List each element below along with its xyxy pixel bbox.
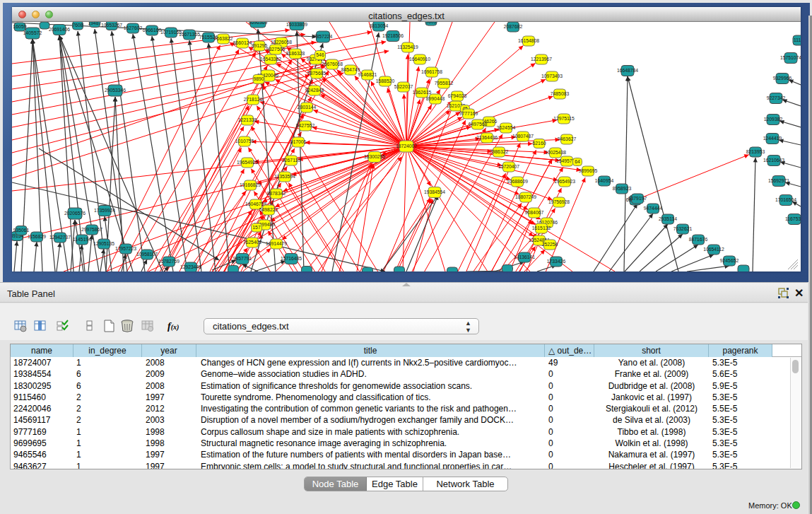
svg-text:16059: 16059: [13, 24, 27, 29]
svg-text:11353594: 11353594: [274, 174, 295, 179]
svg-text:15692971: 15692971: [768, 178, 789, 183]
svg-text:15720407: 15720407: [498, 164, 519, 169]
svg-text:19756928: 19756928: [548, 199, 570, 204]
svg-text:17016504: 17016504: [775, 197, 796, 202]
svg-text:8454749: 8454749: [341, 67, 360, 72]
svg-text:9474444: 9474444: [644, 206, 663, 211]
svg-text:1167533: 1167533: [785, 216, 801, 221]
svg-text:12975115: 12975115: [553, 116, 575, 121]
svg-text:11325419: 11325419: [397, 45, 418, 49]
svg-text:1010755: 1010755: [235, 139, 254, 144]
svg-text:9777169: 9777169: [459, 111, 478, 116]
svg-text:10973493: 10973493: [541, 74, 563, 78]
svg-text:7625402: 7625402: [243, 240, 262, 245]
svg-text:546: 546: [316, 52, 324, 57]
svg-text:8990448: 8990448: [426, 96, 445, 101]
svg-text:19218506: 19218506: [382, 33, 404, 38]
svg-text:12923448: 12923448: [180, 264, 201, 269]
svg-text:8813054: 8813054: [370, 23, 389, 28]
svg-text:17957223: 17957223: [115, 246, 136, 251]
svg-text:9084067: 9084067: [525, 210, 544, 215]
svg-text:18807249: 18807249: [515, 194, 536, 199]
svg-text:10688609: 10688609: [507, 179, 528, 184]
svg-text:1362615: 1362615: [413, 90, 432, 95]
svg-text:21364436: 21364436: [476, 135, 498, 140]
svg-text:917006: 917006: [290, 139, 307, 144]
svg-text:9899695: 9899695: [579, 168, 598, 173]
svg-text:16543382: 16543382: [260, 57, 281, 62]
svg-text:7986322: 7986322: [490, 149, 509, 154]
svg-text:16671355: 16671355: [179, 32, 200, 37]
svg-text:62160: 62160: [533, 141, 546, 146]
svg-text:1209382: 1209382: [764, 117, 783, 122]
svg-text:1640954: 1640954: [595, 178, 614, 183]
svg-text:9242848: 9242848: [305, 88, 324, 93]
svg-text:1588520: 1588520: [376, 78, 395, 83]
svg-text:1112: 1112: [794, 37, 801, 42]
svg-text:7608: 7608: [72, 23, 83, 28]
svg-text:8878342: 8878342: [267, 191, 286, 196]
svg-text:16640910: 16640910: [409, 57, 430, 62]
svg-text:12905135: 12905135: [93, 241, 114, 246]
svg-text:18724007: 18724007: [396, 144, 417, 148]
svg-text:2803144: 2803144: [298, 105, 317, 110]
svg-text:8958923: 8958923: [613, 186, 632, 191]
svg-text:1221338: 1221338: [238, 117, 257, 122]
svg-text:9146821: 9146821: [358, 72, 377, 77]
svg-text:8471676: 8471676: [689, 237, 708, 242]
svg-text:6966160: 6966160: [143, 28, 162, 33]
svg-text:18226058: 18226058: [271, 40, 292, 45]
svg-text:16914479: 16914479: [266, 241, 287, 246]
svg-text:1527602: 1527602: [124, 25, 143, 30]
svg-text:19487: 19487: [88, 22, 102, 25]
svg-text:9457791: 9457791: [233, 256, 252, 261]
svg-text:9605: 9605: [425, 22, 436, 24]
svg-text:2935114: 2935114: [659, 216, 677, 221]
svg-text:29975867: 29975867: [81, 227, 102, 232]
svg-text:6794028: 6794028: [448, 93, 467, 98]
svg-text:10807487: 10807487: [512, 134, 534, 139]
svg-text:5875685: 5875685: [307, 71, 326, 76]
svg-text:1405572: 1405572: [23, 30, 42, 35]
svg-text:15751074: 15751074: [780, 55, 801, 60]
svg-text:935061: 935061: [13, 228, 30, 233]
svg-text:16210643: 16210643: [763, 158, 784, 163]
svg-text:7632621: 7632621: [673, 226, 693, 231]
svg-text:8660124: 8660124: [233, 40, 252, 45]
svg-text:9245652: 9245652: [720, 258, 739, 263]
svg-text:20206576: 20206576: [64, 211, 86, 216]
svg-text:12942737: 12942737: [49, 235, 71, 240]
svg-text:14136141: 14136141: [514, 255, 535, 259]
svg-text:7485083: 7485083: [551, 91, 570, 96]
svg-text:10958107: 10958107: [136, 252, 158, 257]
svg-text:891295: 891295: [252, 43, 268, 48]
svg-text:1145194: 1145194: [73, 237, 91, 242]
svg-text:26676068: 26676068: [322, 62, 343, 66]
svg-text:2087682: 2087682: [504, 24, 523, 29]
svg-text:12213967: 12213967: [531, 57, 552, 62]
svg-text:1615132: 1615132: [532, 226, 551, 230]
svg-text:7857224: 7857224: [314, 34, 333, 39]
svg-text:6497568: 6497568: [469, 122, 488, 127]
svg-text:16033809: 16033809: [286, 22, 307, 27]
svg-text:16961758: 16961758: [421, 69, 442, 74]
svg-text:10653267: 10653267: [101, 23, 122, 28]
svg-text:8186328: 8186328: [286, 51, 305, 56]
svg-text:9329966: 9329966: [773, 76, 792, 81]
svg-text:1733426: 1733426: [547, 259, 566, 264]
svg-text:252254: 252254: [542, 242, 558, 247]
svg-text:20691406: 20691406: [49, 27, 70, 32]
svg-text:9327506: 9327506: [266, 47, 286, 52]
svg-text:9463627: 9463627: [558, 136, 577, 141]
svg-text:16782759: 16782759: [158, 259, 180, 264]
svg-text:19384554: 19384554: [424, 189, 445, 194]
svg-text:18300295: 18300295: [364, 154, 385, 159]
svg-text:9227342: 9227342: [767, 95, 786, 100]
svg-text:29053346: 29053346: [105, 88, 126, 93]
svg-text:17359924: 17359924: [94, 208, 115, 213]
svg-text:16154808: 16154808: [518, 38, 539, 43]
svg-text:10654112: 10654112: [703, 247, 724, 252]
svg-text:15716485: 15716485: [281, 256, 302, 261]
svg-text:64: 64: [575, 159, 580, 164]
svg-text:10025438: 10025438: [545, 150, 566, 155]
